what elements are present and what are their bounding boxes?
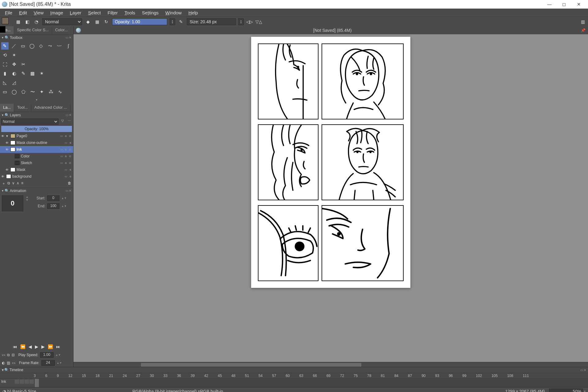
pattern-icon[interactable]: ▩ (15, 18, 21, 25)
color-picker-tool[interactable]: ✎ (20, 70, 27, 77)
ellipse-tool[interactable]: ◯ (28, 42, 36, 50)
opacity-pressure-icon[interactable]: ✎ (178, 18, 184, 25)
track-toggle-icon[interactable] (15, 379, 19, 384)
close-dock-icon[interactable]: ✕ (584, 368, 586, 372)
tab-specific-color[interactable]: Specific Color S... (14, 26, 52, 34)
fill-tool[interactable]: ▮ (1, 70, 9, 77)
smart-fill-tool[interactable]: ✶ (38, 70, 45, 77)
move-tool[interactable]: ✥ (10, 61, 18, 68)
layer-opacity-slider[interactable]: Opacity: 100% (1, 126, 72, 132)
framerate-input[interactable]: 24 (41, 360, 55, 366)
delete-layer-button[interactable]: 🗑 (68, 181, 71, 186)
layer-row[interactable]: Sketch▭ ⍺ ⊘ (0, 160, 73, 166)
onion-skin-icon[interactable]: ◐ (2, 361, 5, 365)
move-up-button[interactable]: ∧ (17, 181, 19, 186)
float-icon[interactable]: ▭ (66, 113, 68, 117)
menu-window[interactable]: Window (162, 9, 185, 16)
bezier-tool[interactable]: 〰 (56, 42, 63, 50)
track-toggle-icon[interactable] (24, 379, 29, 384)
collapse-icon[interactable]: ▾ (2, 368, 4, 372)
alpha-lock-icon[interactable]: ▦ (94, 18, 100, 25)
layer-row[interactable]: 👁Ink▭ ⍺ ⊘ (0, 146, 73, 153)
fg-bg-swatch[interactable] (2, 17, 12, 26)
blend-mode-select[interactable]: Normal (42, 18, 82, 25)
ellipse-select-tool[interactable]: ◯ (10, 88, 18, 96)
next-frame-button[interactable]: ▶ (41, 344, 45, 349)
freehand-select-tool[interactable]: 〜 (29, 88, 36, 96)
menu-image[interactable]: Image (47, 9, 66, 16)
play-button[interactable]: ▶ (35, 344, 38, 349)
gradient-icon[interactable]: ◧ (24, 18, 31, 25)
timeline-ruler[interactable]: 3691215182124273033363942454851545760636… (0, 373, 588, 379)
contiguous-select-tool[interactable]: ✦ (38, 88, 45, 96)
pin-icon[interactable]: 📌 (581, 28, 586, 32)
maximize-button[interactable]: ◻ (557, 0, 571, 9)
bezier-select-tool[interactable]: ∿ (56, 88, 64, 96)
layer-row[interactable]: 👁▾Page0▭ ⍺ ⊘ (0, 133, 73, 139)
add-blank-frame-icon[interactable]: ▭ (2, 353, 5, 357)
mirror-h-icon[interactable]: ◁▷ (246, 18, 253, 25)
prev-frame-button[interactable]: ◀ (28, 344, 32, 349)
toolbox-expander[interactable]: ▾ (1, 97, 72, 102)
assistant-tool[interactable]: ◺ (1, 79, 9, 86)
close-dock-icon[interactable]: ✕ (69, 113, 71, 117)
last-frame-button[interactable]: ⏭ (56, 344, 60, 349)
layer-filter-icon[interactable]: ▽ (60, 119, 65, 124)
collapse-icon[interactable]: ▾ (2, 113, 3, 117)
menu-layer[interactable]: Layer (67, 9, 85, 16)
float-icon[interactable]: ▭ (66, 189, 68, 192)
opacity-slider[interactable]: Opacity: 1.00 (112, 18, 167, 25)
next-keyframe-button[interactable]: ⏩ (48, 344, 53, 349)
brush-thumb-icon[interactable]: ◔ (2, 389, 6, 392)
close-button[interactable]: ✕ (571, 0, 586, 9)
move-down-button[interactable]: ∨ (12, 181, 15, 186)
menu-settings[interactable]: Settings (139, 9, 162, 16)
brush-preset-icon[interactable]: ◔ (33, 18, 40, 25)
canvas-viewport[interactable] (74, 34, 588, 362)
drop-frames-icon[interactable]: ▥ (7, 361, 10, 365)
dynamic-brush-tool[interactable]: ⟲ (1, 51, 9, 59)
float-icon[interactable]: ▭ (580, 368, 583, 372)
polyline-tool[interactable]: ⤳ (47, 42, 54, 50)
del-frame-icon[interactable]: ⊟ (12, 353, 15, 357)
end-input[interactable]: 100 (47, 203, 59, 209)
line-tool[interactable]: ／ (10, 42, 18, 50)
zoom-dropdown-icon[interactable]: ▾ (584, 390, 586, 392)
size-spinner[interactable]: ▲▼ (238, 18, 244, 25)
tab-adv-color[interactable]: Advanced Color ... (31, 104, 70, 112)
keyframe[interactable] (35, 379, 39, 387)
layer-row[interactable]: 👁Mask▭ ⍺ (0, 166, 73, 173)
opacity-spinner[interactable]: ▲▼ (170, 18, 175, 25)
layer-blend-select[interactable]: Normal (1, 119, 58, 125)
tab-color[interactable]: Color... (52, 26, 71, 34)
tab-layers[interactable]: La... (0, 104, 14, 112)
rect-tool[interactable]: ▭ (19, 42, 27, 50)
float-icon[interactable]: ▭ (66, 36, 68, 39)
crop-tool[interactable]: ✂ (20, 61, 27, 68)
size-slider[interactable]: Size: 20.48 px (187, 18, 236, 25)
mirror-v-icon[interactable]: ▽△ (255, 18, 262, 25)
multibrush-tool[interactable]: ✴ (10, 51, 18, 59)
layer-row[interactable]: Color▭ ⍺ ⊘ (0, 153, 73, 160)
polygon-tool[interactable]: ◇ (38, 42, 45, 50)
start-input[interactable]: 0 (47, 195, 59, 201)
freehand-brush-tool[interactable]: ✎ (1, 42, 9, 50)
prev-keyframe-button[interactable]: ⏪ (20, 344, 25, 349)
dup-frame-icon[interactable]: ⧉ (7, 353, 10, 357)
zoom-input[interactable]: 50% (549, 389, 583, 392)
transform-tool[interactable]: ⛶ (1, 61, 9, 68)
menu-help[interactable]: Help (185, 9, 201, 16)
layer-row[interactable]: 👁Mask clone-outline▭ ⍺ (0, 139, 73, 146)
horizontal-scrollbar[interactable] (74, 362, 588, 367)
layer-menu-icon[interactable]: ⋯ (66, 119, 72, 124)
menu-select[interactable]: Select (85, 9, 104, 16)
close-dock-icon[interactable]: ✕ (69, 36, 71, 39)
reload-preset-icon[interactable]: ↻ (103, 18, 110, 25)
first-frame-button[interactable]: ⏮ (13, 344, 17, 349)
duplicate-layer-button[interactable]: ⧉ (7, 181, 10, 186)
menu-tools[interactable]: Tools (122, 9, 138, 16)
audio-icon[interactable]: ▭ (12, 361, 15, 365)
timeline-track[interactable]: Ink (0, 379, 588, 387)
polygon-select-tool[interactable]: ⬠ (20, 88, 27, 96)
freehand-path-tool[interactable]: ʃ (65, 42, 72, 50)
